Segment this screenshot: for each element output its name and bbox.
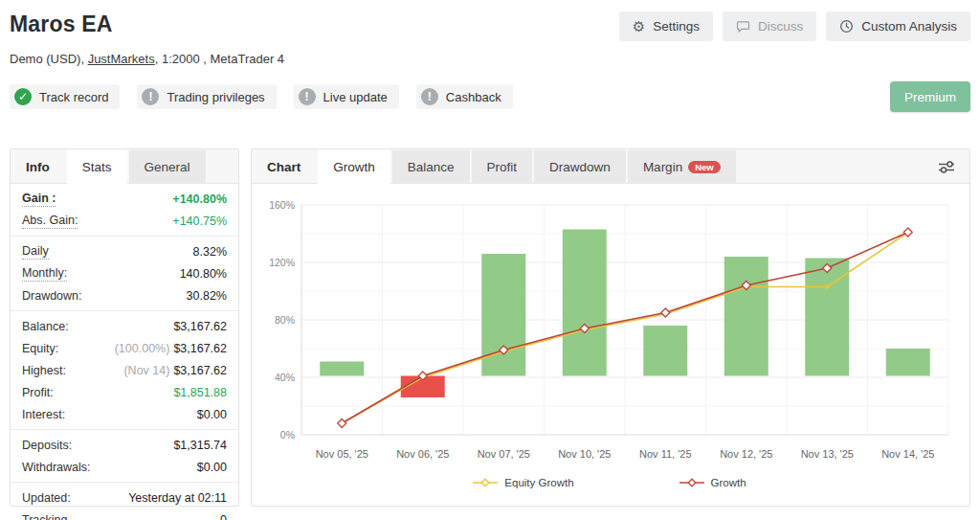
- stat-value: 140.80%: [180, 267, 227, 281]
- exclamation-icon: !: [142, 88, 159, 105]
- stat-row-daily: Daily8.32%: [11, 240, 238, 262]
- chart-tab-balance[interactable]: Balance: [392, 150, 470, 184]
- svg-text:0%: 0%: [280, 429, 295, 441]
- stat-label[interactable]: Gain :: [22, 192, 56, 207]
- svg-text:Nov 14, '25: Nov 14, '25: [881, 448, 934, 460]
- legend-marker-icon: [679, 478, 704, 487]
- badge-cashback[interactable]: !Cashback: [416, 84, 513, 109]
- broker-link[interactable]: JustMarkets: [88, 52, 155, 66]
- clock-icon: [839, 19, 854, 34]
- stats-group: Updated:Yesterday at 02:11Tracking0: [11, 482, 238, 520]
- stat-row-highest: Highest:(Nov 14)$3,167.62: [11, 359, 238, 381]
- custom-analysis-button[interactable]: Custom Analysis: [826, 11, 970, 41]
- subtitle-pre: Demo (USD),: [10, 52, 88, 66]
- stat-row-profit: Profit:$1,851.88: [11, 381, 238, 403]
- chart-tab-chart[interactable]: Chart: [252, 150, 316, 184]
- header-actions: ⚙ Settings Discuss Custom Analysis: [619, 11, 970, 41]
- tab-label: Profit: [487, 150, 518, 184]
- exclamation-icon: !: [299, 88, 316, 105]
- chart-tabs: ChartGrowthBalanceProfitDrawdownMarginNe…: [252, 149, 969, 184]
- stat-value-prefix: (100.00%): [115, 342, 170, 355]
- svg-text:40%: 40%: [275, 372, 295, 383]
- svg-text:Nov 06, '25: Nov 06, '25: [396, 448, 449, 460]
- chart-tab-growth[interactable]: Growth: [318, 149, 390, 184]
- stat-label[interactable]: Abs. Gain:: [22, 214, 78, 229]
- stat-label[interactable]: Daily: [22, 244, 49, 260]
- stat-label: Tracking: [22, 513, 67, 520]
- discuss-button[interactable]: Discuss: [723, 11, 816, 41]
- stats-group: Gain :+140.80%Abs. Gain:+140.75%: [11, 184, 238, 236]
- account-page: Maros EA ⚙ Settings Discuss Custom Analy…: [0, 0, 980, 520]
- chart-legend: Equity GrowthGrowth: [256, 477, 964, 488]
- stat-row-updated: Updated:Yesterday at 02:11: [11, 486, 238, 509]
- stat-value: Yesterday at 02:11: [128, 491, 227, 505]
- tab-label: Chart: [267, 150, 301, 184]
- svg-text:120%: 120%: [269, 257, 295, 268]
- svg-text:Nov 13, '25: Nov 13, '25: [801, 448, 854, 460]
- badge-label: Trading privileges: [167, 90, 264, 104]
- svg-text:Nov 05, '25: Nov 05, '25: [316, 448, 368, 460]
- page-title: Maros EA: [10, 11, 113, 37]
- stat-value: 0: [220, 513, 227, 520]
- stat-value: $1,851.88: [173, 386, 227, 399]
- stat-row-tracking: Tracking0: [11, 509, 238, 520]
- settings-button-label: Settings: [653, 19, 700, 34]
- legend-item-growth[interactable]: Growth: [679, 477, 746, 488]
- subtitle-post: , 1:2000 , MetaTrader 4: [155, 52, 284, 66]
- info-tab-info[interactable]: Info: [11, 150, 65, 184]
- stat-label: Drawdown:: [22, 289, 82, 303]
- svg-text:Nov 10, '25: Nov 10, '25: [558, 448, 611, 460]
- chart-panel: ChartGrowthBalanceProfitDrawdownMarginNe…: [251, 148, 970, 507]
- account-subtitle: Demo (USD), JustMarkets, 1:2000 , MetaTr…: [10, 52, 970, 66]
- info-tab-stats[interactable]: Stats: [67, 149, 127, 184]
- settings-button[interactable]: ⚙ Settings: [619, 11, 713, 41]
- stat-label: Interest:: [22, 408, 65, 421]
- legend-label: Growth: [711, 477, 746, 488]
- chart-tab-profit[interactable]: Profit: [472, 150, 533, 184]
- chart-tab-margin[interactable]: MarginNew: [628, 150, 736, 184]
- gear-icon: ⚙: [633, 19, 645, 34]
- stat-row-gain: Gain :+140.80%: [11, 188, 238, 210]
- stat-label: Profit:: [22, 386, 54, 399]
- stats-group: Deposits:$1,315.74Withdrawals:$0.00: [11, 429, 238, 482]
- chat-icon: [736, 19, 750, 34]
- stat-row-equity: Equity:(100.00%)$3,167.62: [11, 337, 238, 359]
- badge-track-record[interactable]: ✓Track record: [10, 84, 120, 109]
- svg-text:Nov 11, '25: Nov 11, '25: [639, 448, 691, 460]
- new-badge: New: [688, 161, 721, 174]
- stat-value: (Nov 14)$3,167.62: [123, 364, 227, 377]
- stat-label[interactable]: Monthly:: [22, 266, 67, 282]
- tab-label: Drawdown: [549, 150, 611, 184]
- legend-label: Equity Growth: [504, 477, 573, 488]
- info-tab-general[interactable]: General: [129, 150, 206, 184]
- legend-item-equity-growth[interactable]: Equity Growth: [473, 477, 573, 488]
- svg-text:80%: 80%: [275, 314, 295, 326]
- stat-label: Updated:: [22, 491, 71, 505]
- main: InfoStatsGeneral Gain :+140.80%Abs. Gain…: [10, 148, 970, 507]
- chart-filter-icon[interactable]: [937, 159, 956, 175]
- stat-row-drawdown: Drawdown:30.82%: [11, 284, 238, 306]
- tab-label: General: [145, 150, 190, 184]
- stats-list: Gain :+140.80%Abs. Gain:+140.75%Daily8.3…: [11, 184, 238, 520]
- stat-label: Withdrawals:: [22, 461, 91, 474]
- growth-chart: 0%40%80%120%160%Nov 05, '25Nov 06, '25No…: [252, 184, 969, 488]
- stat-value: $0.00: [197, 408, 227, 421]
- premium-button[interactable]: Premium: [890, 81, 970, 112]
- stat-label: Deposits:: [22, 439, 72, 452]
- discuss-button-label: Discuss: [758, 19, 803, 34]
- check-icon: ✓: [14, 88, 32, 105]
- svg-text:160%: 160%: [269, 199, 295, 211]
- stats-group: Daily8.32%Monthly:140.80%Drawdown:30.82%: [11, 236, 238, 310]
- stat-row-deposits: Deposits:$1,315.74: [11, 434, 238, 456]
- badge-trading-privileges[interactable]: !Trading privileges: [137, 84, 276, 109]
- info-tabs: InfoStatsGeneral: [11, 149, 238, 184]
- stat-row-balance: Balance:$3,167.62: [11, 315, 238, 337]
- badge-row: ✓Track record!Trading privileges!Live up…: [10, 81, 970, 112]
- stat-value: 30.82%: [187, 289, 227, 303]
- svg-text:Nov 12, '25: Nov 12, '25: [720, 448, 772, 460]
- stat-label: Equity:: [22, 342, 58, 355]
- info-panel: InfoStatsGeneral Gain :+140.80%Abs. Gain…: [10, 148, 239, 507]
- chart-tab-drawdown[interactable]: Drawdown: [534, 150, 626, 184]
- badge-live-update[interactable]: !Live update: [294, 84, 399, 109]
- stat-value: 8.32%: [193, 245, 227, 259]
